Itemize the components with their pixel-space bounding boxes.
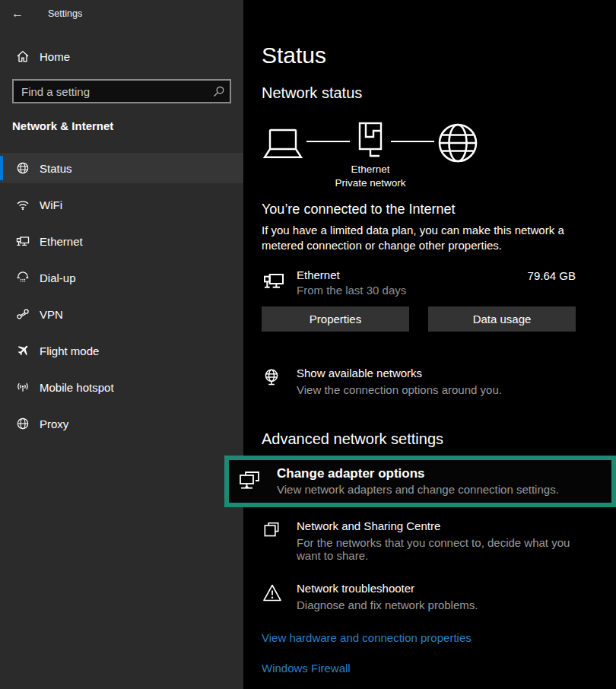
vpn-icon: [15, 306, 30, 322]
sidebar-item-home[interactable]: Home: [0, 44, 243, 68]
sidebar-item-label: Status: [40, 162, 72, 175]
sidebar-item-label: VPN: [40, 308, 63, 321]
sidebar-item-label: Ethernet: [40, 235, 83, 248]
window-title: Settings: [48, 8, 82, 19]
connection-line: [391, 141, 434, 142]
link-windows-firewall[interactable]: Windows Firewall: [262, 662, 351, 675]
hotspot-icon: [15, 379, 30, 395]
link-view-hardware-properties[interactable]: View hardware and connection properties: [262, 631, 472, 645]
change-adapter-title: Change adapter options: [277, 465, 559, 481]
home-icon: [15, 49, 30, 64]
connected-heading: You’re connected to the Internet: [262, 201, 576, 217]
annotation-highlight-box: Change adapter options View network adap…: [224, 456, 616, 507]
usage-period: From the last 30 days: [297, 284, 406, 297]
sidebar-item-dialup[interactable]: Dial-up: [0, 262, 243, 293]
buttons-row: Properties Data usage: [262, 306, 576, 332]
sidebar-item-flight-mode[interactable]: Flight mode: [0, 335, 243, 366]
status-globe-icon: [15, 160, 30, 176]
laptop-icon: [262, 128, 304, 161]
network-adapters-icon: [238, 469, 261, 492]
ethernet-icon: [15, 233, 30, 249]
diagram-connection-name: Ethernet: [351, 164, 389, 175]
show-networks-subtitle: View the connection options around you.: [297, 383, 502, 396]
sidebar-item-wifi[interactable]: WiFi: [0, 189, 243, 220]
ethernet-node: Ethernet Private network: [352, 122, 389, 189]
sidebar-item-proxy[interactable]: Proxy: [0, 408, 243, 439]
sidebar-item-label: Dial-up: [40, 271, 76, 284]
connected-note: If you have a limited data plan, you can…: [262, 223, 590, 253]
sidebar-item-label: WiFi: [40, 198, 62, 211]
troubleshooter-title: Network troubleshooter: [297, 582, 478, 595]
sidebar-item-vpn[interactable]: VPN: [0, 299, 243, 329]
sharing-folders-icon: [262, 519, 283, 540]
show-available-networks-row[interactable]: Show available networks View the connect…: [262, 367, 576, 396]
globe-stand-icon: [262, 367, 283, 387]
titlebar: ← Settings: [0, 0, 243, 27]
sidebar-item-label: Proxy: [40, 418, 68, 430]
data-usage-button[interactable]: Data usage: [428, 306, 576, 332]
back-arrow-icon: ←: [11, 7, 24, 20]
sidebar-nav: Status WiFi Ethernet Dial-up VPN: [0, 153, 243, 439]
sidebar-item-ethernet[interactable]: Ethernet: [0, 226, 243, 256]
troubleshooter-subtitle: Diagnose and fix network problems.: [297, 599, 478, 611]
sharing-centre-subtitle: For the networks that you connect to, de…: [297, 536, 576, 562]
network-sharing-centre-row[interactable]: Network and Sharing Centre For the netwo…: [262, 519, 576, 562]
network-diagram: Ethernet Private network: [262, 122, 576, 187]
internet-globe-icon: [437, 122, 479, 164]
search-input[interactable]: [14, 81, 207, 102]
search-box: [12, 79, 231, 103]
wifi-icon: [15, 197, 30, 212]
search-icon[interactable]: [207, 85, 230, 98]
sidebar-item-status[interactable]: Status: [0, 153, 243, 183]
page-title: Status: [262, 43, 576, 68]
change-adapter-options-row[interactable]: Change adapter options View network adap…: [277, 465, 559, 496]
sidebar-item-label: Flight mode: [40, 344, 99, 357]
ethernet-plug-icon: [352, 122, 389, 161]
sidebar-item-label: Mobile hotspot: [40, 381, 114, 394]
change-adapter-subtitle: View network adapters and change connect…: [277, 483, 559, 496]
usage-amount: 79.64 GB: [528, 268, 576, 282]
warning-triangle-icon: [262, 582, 283, 604]
back-button[interactable]: ←: [0, 7, 35, 21]
sidebar-section-title: Network & Internet: [12, 119, 243, 133]
sidebar-item-label: Home: [40, 50, 70, 63]
data-usage-row: Ethernet From the last 30 days 79.64 GB: [262, 268, 576, 297]
usage-connection-name: Ethernet: [297, 268, 406, 281]
main-panel: Status Network status Ethernet Private n…: [243, 0, 616, 689]
connection-line: [306, 141, 350, 142]
ethernet-monitor-icon: [262, 268, 287, 293]
advanced-settings-heading: Advanced network settings: [262, 430, 576, 448]
properties-button[interactable]: Properties: [262, 306, 409, 332]
sidebar: ← Settings Home Network & Internet Statu…: [0, 0, 243, 689]
proxy-globe-icon: [15, 416, 30, 431]
show-networks-title: Show available networks: [297, 367, 502, 380]
diagram-network-type: Private network: [335, 177, 405, 189]
sharing-centre-title: Network and Sharing Centre: [297, 519, 576, 533]
dialup-phone-icon: [15, 270, 30, 285]
network-troubleshooter-row[interactable]: Network troubleshooter Diagnose and fix …: [262, 582, 576, 611]
sidebar-item-mobile-hotspot[interactable]: Mobile hotspot: [0, 372, 243, 402]
network-status-heading: Network status: [262, 84, 576, 102]
airplane-icon: [15, 343, 30, 358]
